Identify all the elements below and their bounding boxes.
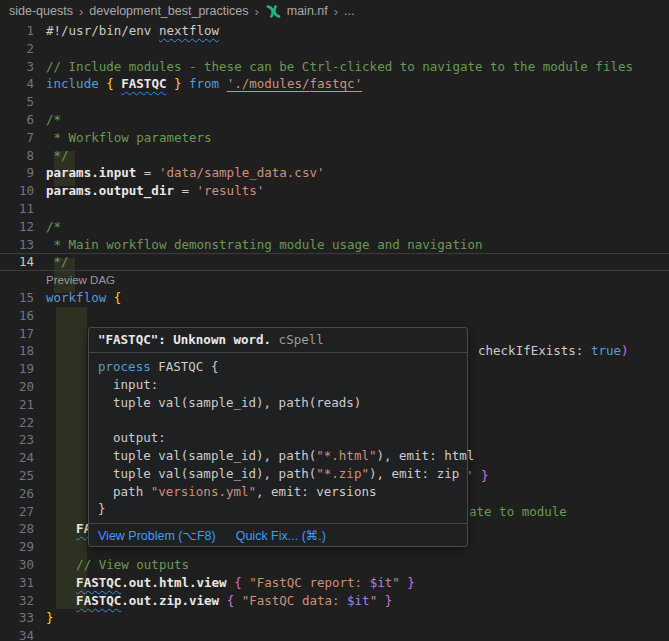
code-text: process FASTQC {: [98, 359, 218, 374]
line-number[interactable]: 19: [0, 360, 34, 378]
view-problem-link[interactable]: View Problem (⌥F8): [98, 528, 216, 543]
code-line[interactable]: 8 */: [0, 147, 669, 165]
line-number[interactable]: 24: [0, 449, 34, 467]
hover-code-preview: process FASTQC { input: tuple val(sample…: [89, 353, 467, 523]
line-number[interactable]: 22: [0, 414, 34, 432]
code-line[interactable]: 6/*: [0, 111, 669, 129]
code-fragment: checkIfExists: true): [478, 342, 629, 360]
hover-message: "FASTQC": Unknown word. cSpell: [89, 328, 467, 353]
code-line[interactable]: 11: [0, 200, 669, 218]
code-token: .out.html.view: [121, 575, 234, 590]
code-token: }: [46, 610, 54, 625]
code-token: */: [46, 254, 69, 269]
line-number[interactable]: 18: [0, 342, 34, 360]
code-token: FASTQC: [121, 76, 166, 91]
line-number[interactable]: 6: [0, 111, 34, 129]
code-token: workflow: [46, 290, 114, 305]
line-number[interactable]: 26: [0, 485, 34, 503]
hover-code-line: tuple val(sample_id), path(reads): [98, 394, 458, 412]
code-text: path "versions.yml", emit: versions: [98, 484, 376, 499]
code-token: "versions.yml": [151, 484, 256, 499]
line-number[interactable]: 25: [0, 467, 34, 485]
code-token: $it: [370, 575, 393, 590]
line-number[interactable]: 1: [0, 22, 34, 40]
hover-code-line: [98, 411, 458, 429]
code-line[interactable]: 4include { FASTQC } from './modules/fast…: [0, 75, 669, 93]
line-number[interactable]: 13: [0, 236, 34, 254]
line-number[interactable]: 21: [0, 396, 34, 414]
line-number[interactable]: 31: [0, 574, 34, 592]
breadcrumb-item-symbol-ellipsis[interactable]: ...: [344, 4, 354, 18]
line-number[interactable]: 12: [0, 218, 34, 236]
hover-tooltip: "FASTQC": Unknown word. cSpell process F…: [88, 327, 468, 547]
code-token: [166, 76, 174, 91]
line-number[interactable]: 4: [0, 75, 34, 93]
code-token: [182, 76, 190, 91]
line-number[interactable]: 29: [0, 538, 34, 556]
codelens-row[interactable]: Preview DAG: [0, 271, 669, 289]
line-number[interactable]: 33: [0, 609, 34, 627]
line-number[interactable]: 8: [0, 147, 34, 165]
code-line[interactable]: 14 */: [0, 253, 669, 271]
line-number[interactable]: 14: [0, 254, 34, 270]
line-number[interactable]: 27: [0, 503, 34, 521]
code-token: =: [136, 165, 159, 180]
code-line[interactable]: 9params.input = 'data/sample_data.csv': [0, 164, 669, 182]
code-line[interactable]: 33}: [0, 609, 669, 627]
line-number[interactable]: 3: [0, 58, 34, 76]
line-number[interactable]: 16: [0, 307, 34, 325]
line-number[interactable]: 9: [0, 164, 34, 182]
code-line[interactable]: 12/*: [0, 218, 669, 236]
code-line[interactable]: 15workflow {: [0, 289, 669, 307]
code-text: tuple val(sample_id), path("*.html"), em…: [98, 448, 474, 463]
code-text: // View outputs: [46, 556, 669, 574]
code-line[interactable]: 2: [0, 40, 669, 58]
breadcrumb-item-folder[interactable]: development_best_practices: [89, 4, 248, 18]
code-line[interactable]: 32 FASTQC.out.zip.view { "FastQC data: $…: [0, 592, 669, 610]
spell-error-message: "FASTQC": Unknown word.: [98, 332, 271, 347]
code-token: "FastQC data:: [242, 593, 347, 608]
line-number[interactable]: 32: [0, 592, 34, 610]
line-number[interactable]: 23: [0, 431, 34, 449]
nextflow-file-icon: [266, 5, 281, 18]
code-line[interactable]: 16: [0, 307, 669, 325]
code-token: }: [481, 468, 489, 483]
code-token: 'data/sample_data.csv': [159, 165, 325, 180]
line-number[interactable]: 2: [0, 40, 34, 58]
code-token: true: [591, 343, 621, 358]
code-token: fastqc: [309, 76, 354, 91]
code-line[interactable]: 3// Include modules - these can be Ctrl-…: [0, 58, 669, 76]
code-line[interactable]: 31 FASTQC.out.html.view { "FastQC report…: [0, 574, 669, 592]
breadcrumb-item-side-quests[interactable]: side-quests: [9, 4, 73, 18]
line-number[interactable]: 5: [0, 93, 34, 111]
code-line[interactable]: 13 * Main workflow demonstrating module …: [0, 236, 669, 254]
code-text: #!/usr/bin/env nextflow: [46, 22, 669, 40]
code-token: ), emit: zip: [369, 466, 459, 481]
code-token: {: [114, 290, 122, 305]
code-token: "*.zip": [316, 466, 369, 481]
code-line[interactable]: 34: [0, 627, 669, 641]
code-text: include { FASTQC } from './modules/fastq…: [46, 75, 669, 93]
line-number[interactable]: 30: [0, 556, 34, 574]
code-line[interactable]: 7 * Workflow parameters: [0, 129, 669, 147]
code-token: {: [234, 575, 242, 590]
line-number[interactable]: 11: [0, 200, 34, 218]
line-number[interactable]: 10: [0, 182, 34, 200]
code-token: [234, 593, 242, 608]
line-number[interactable]: 20: [0, 378, 34, 396]
line-number[interactable]: 15: [0, 289, 34, 307]
codelens-preview-dag[interactable]: Preview DAG: [46, 274, 115, 286]
line-number[interactable]: 7: [0, 129, 34, 147]
code-token: FASTQC: [76, 593, 121, 608]
quick-fix-link[interactable]: Quick Fix... (⌘.): [236, 528, 326, 543]
code-line[interactable]: 30 // View outputs: [0, 556, 669, 574]
code-text: tuple val(sample_id), path("*.zip"), emi…: [98, 466, 459, 481]
code-token: }: [385, 593, 393, 608]
line-number[interactable]: 34: [0, 627, 34, 641]
code-line[interactable]: 10params.output_dir = 'results': [0, 182, 669, 200]
breadcrumb-item-file[interactable]: main.nf: [287, 4, 328, 18]
code-line[interactable]: 5: [0, 93, 669, 111]
line-number[interactable]: 28: [0, 520, 34, 538]
line-number[interactable]: 17: [0, 325, 34, 343]
code-line[interactable]: 1#!/usr/bin/env nextflow: [0, 22, 669, 40]
